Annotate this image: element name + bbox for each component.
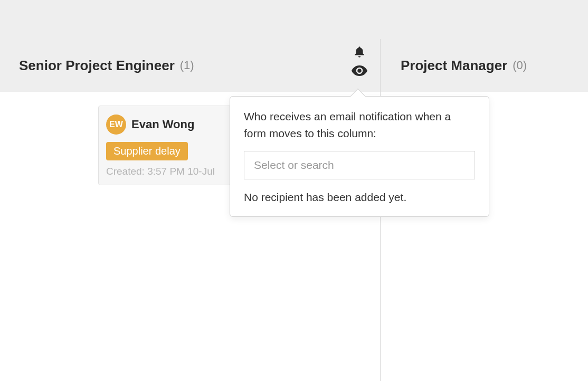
column-header-left: Senior Project Engineer (1) — [0, 39, 380, 92]
column-header-right: Project Manager (0) — [380, 39, 588, 92]
card-header: EW Evan Wong — [106, 115, 223, 135]
recipient-search-input[interactable] — [244, 151, 475, 179]
column-title: Senior Project Engineer — [19, 58, 175, 74]
eye-icon[interactable] — [352, 65, 367, 76]
form-card[interactable]: EW Evan Wong Supplier delay Created: 3:5… — [98, 106, 231, 185]
card-created: Created: 3:57 PM 10-Jul — [106, 166, 223, 177]
notification-popover: Who receives an email notification when … — [230, 96, 489, 217]
column-icon-stack — [352, 45, 367, 76]
column-count: (1) — [180, 59, 194, 72]
column-count: (0) — [513, 59, 527, 72]
popover-description: Who receives an email notification when … — [244, 108, 475, 141]
card-user-name: Evan Wong — [131, 118, 194, 131]
columns-header: Senior Project Engineer (1) Project Mana… — [0, 39, 588, 92]
popover-empty-message: No recipient has been added yet. — [244, 191, 475, 204]
card-tag: Supplier delay — [106, 142, 188, 160]
column-title: Project Manager — [401, 58, 507, 74]
top-strip — [0, 0, 588, 39]
bell-icon[interactable] — [353, 45, 366, 59]
avatar: EW — [106, 115, 126, 135]
